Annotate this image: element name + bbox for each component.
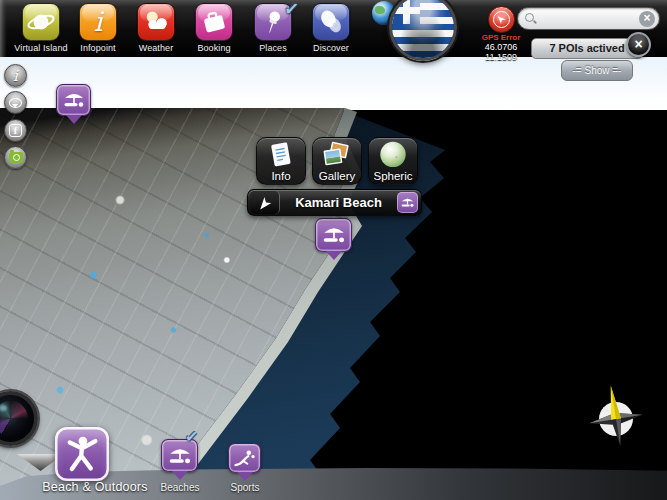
flag-gloss <box>392 0 454 58</box>
subcategory-pin-body <box>228 443 261 473</box>
toolbar-item-weather[interactable]: Weather <box>128 2 184 56</box>
gps-longitude: 11.1509 <box>472 52 530 62</box>
subcategory-sports-button[interactable] <box>228 443 261 473</box>
toolbar-item-places[interactable]: ✓ Places <box>245 2 301 56</box>
compass-rose-icon <box>585 383 647 449</box>
poi-marker-beach-kamari[interactable] <box>315 218 352 252</box>
sphere-icon <box>378 140 408 170</box>
category-label: Beach & Outdoors <box>20 480 170 494</box>
category-beach-outdoors-button[interactable] <box>55 427 109 481</box>
compass-north-label: N <box>603 406 608 413</box>
subcategory-pin-tail <box>237 472 253 481</box>
subcategory-label-beaches: Beaches <box>158 482 202 493</box>
beach-umbrella-icon <box>321 224 347 246</box>
gps-latitude: 46.0706 <box>472 42 530 52</box>
toolbar-item-label: Virtual Island <box>13 43 69 53</box>
toolbar-item-label: Infopoint <box>70 43 126 53</box>
poi-marker-tail <box>66 115 82 124</box>
poi-marker-body <box>56 84 91 116</box>
navigation-arrow-icon <box>257 195 273 211</box>
popup-spheric-button[interactable]: Spheric <box>368 137 418 185</box>
comments-button[interactable] <box>4 91 27 114</box>
subcategory-beaches-button[interactable]: ✓ <box>161 439 198 472</box>
facebook-button[interactable]: f <box>4 119 27 142</box>
popup-gallery-button[interactable]: Gallery <box>312 137 362 185</box>
document-icon <box>266 140 296 170</box>
poi-marker-beach[interactable] <box>56 84 91 116</box>
toolbar-item-label: Discover <box>303 43 359 53</box>
compass-icon <box>312 3 350 41</box>
info-icon: i <box>13 67 18 85</box>
camera-icon <box>9 152 23 163</box>
toolbar-item-label: Places <box>245 43 301 53</box>
toolbar-item-virtual-island[interactable]: Virtual Island <box>13 2 69 56</box>
toolbar-item-label: Booking <box>186 43 242 53</box>
poi-banner-close-button[interactable]: × <box>626 32 651 57</box>
toolbar-item-infopoint[interactable]: i Infopoint <box>70 2 126 56</box>
place-category-badge <box>397 192 418 213</box>
suitcase-icon <box>195 3 233 41</box>
beach-umbrella-icon <box>400 196 415 209</box>
popup-button-label: Info <box>271 170 290 182</box>
popup-button-label: Spheric <box>374 170 413 182</box>
gps-error-icon <box>488 6 515 33</box>
sun-cloud-icon <box>137 3 175 41</box>
beach-umbrella-icon <box>167 445 193 467</box>
place-bar: Kamari Beach <box>247 189 422 216</box>
beach-umbrella-icon <box>62 90 86 110</box>
toolbar-item-discover[interactable]: Discover <box>303 2 359 56</box>
popup-button-label: Gallery <box>319 170 355 182</box>
search-input[interactable] <box>537 13 639 25</box>
subcategory-label-sports: Sports <box>225 482 265 493</box>
app-screen: Virtual Island i Infopoint Weather Booki… <box>0 0 667 500</box>
photos-icon <box>321 140 353 170</box>
toolbar-item-booking[interactable]: Booking <box>186 2 242 56</box>
navigate-button[interactable] <box>250 191 280 214</box>
search-bar: × <box>517 7 660 30</box>
info-icon: i <box>79 3 117 41</box>
place-title: Kamari Beach <box>280 195 397 210</box>
camera-button[interactable] <box>4 146 27 169</box>
speech-bubble-icon <box>9 98 22 108</box>
compass[interactable]: N <box>585 383 647 449</box>
subcategory-pin-tail <box>172 471 188 480</box>
facebook-icon: f <box>9 124 22 137</box>
search-icon <box>524 12 537 25</box>
popup-info-button[interactable]: Info <box>256 137 306 185</box>
show-button[interactable]: -= Show =- <box>561 60 633 81</box>
subcategory-pin-body <box>161 439 198 472</box>
search-clear-button[interactable]: × <box>639 11 655 27</box>
sports-person-icon <box>233 449 256 468</box>
toolbar-item-label: Weather <box>128 43 184 53</box>
navigation-arrow-icon <box>493 11 510 28</box>
poi-marker-body <box>315 218 352 252</box>
poi-marker-tail <box>326 251 342 260</box>
pushpin-icon <box>254 3 292 41</box>
jumping-person-icon <box>61 433 103 475</box>
info-button[interactable]: i <box>4 64 27 87</box>
globe-orbit-icon <box>22 3 60 41</box>
gps-error-label: GPS Error <box>472 33 530 42</box>
